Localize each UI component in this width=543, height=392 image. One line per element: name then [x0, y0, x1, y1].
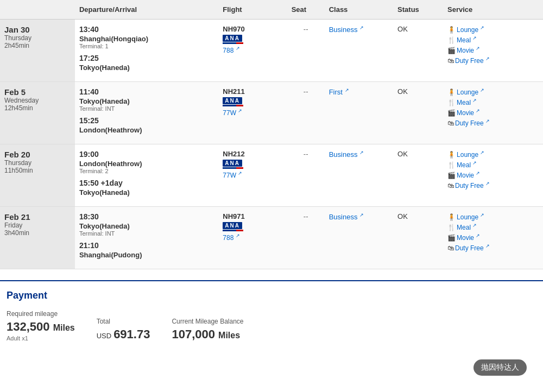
duration: 2h45min	[4, 42, 71, 49]
arrival-block: 15:25 London(Heathrow)	[79, 116, 214, 134]
aircraft-type: 788 ↗	[223, 46, 282, 54]
status-value: OK	[397, 212, 408, 220]
payment-mileage-block: Required mileage 132,500 Miles Adult x1	[7, 310, 75, 342]
departure-arrival-cell: 11:40 Tokyo(Haneda) Terminal: INT 15:25 …	[75, 82, 218, 144]
service-link[interactable]: Duty Free ↗	[455, 57, 490, 65]
class-cell: Business ↗	[325, 207, 393, 269]
service-icon: 🍴	[447, 99, 456, 106]
departure-block: 13:40 Shanghai(Hongqiao) Terminal: 1	[79, 25, 214, 49]
status-cell: OK	[393, 207, 443, 269]
service-item: 🍴Meal ↗	[447, 98, 539, 106]
service-link[interactable]: Meal ↗	[457, 36, 477, 44]
departure-terminal: Terminal: 1	[79, 43, 214, 49]
ana-logo: ANA	[223, 222, 282, 231]
col-header-flight: Flight	[218, 0, 287, 20]
service-link[interactable]: Meal ↗	[457, 99, 477, 106]
departure-airport: London(Heathrow)	[79, 160, 214, 168]
service-link[interactable]: Movie ↗	[457, 47, 480, 54]
service-item: 🎬Movie ↗	[447, 233, 539, 242]
ana-logo: ANA	[223, 160, 282, 169]
service-link[interactable]: Movie ↗	[457, 234, 480, 242]
service-icon: 🎬	[447, 172, 456, 179]
arrival-time: 17:25	[79, 54, 214, 62]
service-icon: 🍴	[447, 161, 456, 169]
service-link[interactable]: Duty Free ↗	[455, 119, 490, 127]
service-link[interactable]: Meal ↗	[457, 161, 477, 169]
day-of-week: Thursday	[4, 34, 71, 42]
arrival-airport: Tokyo(Haneda)	[79, 64, 214, 72]
service-cell: 🧍Lounge ↗🍴Meal ↗🎬Movie ↗🛍Duty Free ↗	[443, 207, 543, 269]
class-link[interactable]: Business ↗	[329, 150, 364, 159]
aircraft-link[interactable]: 788 ↗	[223, 234, 239, 242]
date-main: Feb 20	[4, 150, 71, 159]
service-link[interactable]: Duty Free ↗	[455, 244, 490, 252]
departure-block: 11:40 Tokyo(Haneda) Terminal: INT	[79, 87, 214, 112]
ana-logo: ANA	[223, 35, 282, 44]
service-icon: 🎬	[447, 109, 456, 117]
table-row: Feb 5 Wednesday 12h45min 11:40 Tokyo(Han…	[0, 82, 543, 144]
status-value: OK	[397, 150, 408, 158]
aircraft-link[interactable]: 77W ↗	[223, 172, 242, 179]
service-cell: 🧍Lounge ↗🍴Meal ↗🎬Movie ↗🛍Duty Free ↗	[443, 144, 543, 207]
duration: 3h40min	[4, 229, 71, 237]
payment-total-block: Total USD691.73	[97, 318, 150, 342]
service-link[interactable]: Movie ↗	[457, 109, 480, 117]
col-header-seat: Seat	[287, 0, 325, 20]
date-main: Feb 5	[4, 87, 71, 97]
total-label: Total	[97, 318, 150, 325]
service-icon: 🛍	[447, 57, 454, 65]
departure-time: 18:30	[79, 212, 214, 221]
service-link[interactable]: Movie ↗	[457, 172, 480, 179]
balance-label: Current Mileage Balance	[172, 318, 243, 325]
seat-value: --	[304, 25, 308, 33]
total-value: USD691.73	[97, 327, 150, 342]
payment-balance-block: Current Mileage Balance 107,000 Miles	[172, 318, 243, 342]
departure-airport: Shanghai(Hongqiao)	[79, 35, 214, 43]
flight-number: NH971	[223, 212, 282, 220]
service-item: 🎬Movie ↗	[447, 108, 539, 117]
arrival-airport: Shanghai(Pudong)	[79, 251, 214, 259]
departure-arrival-cell: 19:00 London(Heathrow) Terminal: 2 15:50…	[75, 144, 218, 207]
service-icon: 🧍	[447, 26, 456, 34]
departure-arrival-cell: 13:40 Shanghai(Hongqiao) Terminal: 1 17:…	[75, 20, 218, 82]
departure-block: 18:30 Tokyo(Haneda) Terminal: INT	[79, 212, 214, 237]
seat-cell: --	[287, 144, 325, 207]
aircraft-link[interactable]: 788 ↗	[223, 47, 239, 54]
payment-row: Required mileage 132,500 Miles Adult x1 …	[7, 310, 536, 342]
arrival-block: 21:10 Shanghai(Pudong)	[79, 241, 214, 259]
payment-title: Payment	[7, 290, 536, 301]
service-link[interactable]: Duty Free ↗	[455, 182, 490, 189]
service-link[interactable]: Lounge ↗	[457, 151, 484, 159]
flight-number: NH212	[223, 150, 282, 158]
service-icon: 🧍	[447, 151, 456, 159]
service-item: 🧍Lounge ↗	[447, 25, 539, 34]
departure-terminal: Terminal: 2	[79, 168, 214, 174]
service-item: 🎬Movie ↗	[447, 170, 539, 179]
service-link[interactable]: Lounge ↗	[457, 88, 484, 96]
status-cell: OK	[393, 82, 443, 144]
class-link[interactable]: Business ↗	[329, 213, 364, 221]
service-item: 🍴Meal ↗	[447, 35, 539, 44]
aircraft-type: 77W ↗	[223, 170, 282, 179]
class-link[interactable]: First ↗	[329, 88, 349, 96]
col-header-departure: Departure/Arrival	[75, 0, 218, 20]
date-cell: Feb 5 Wednesday 12h45min	[0, 82, 75, 144]
class-link[interactable]: Business ↗	[329, 26, 364, 34]
arrival-airport: London(Heathrow)	[79, 126, 214, 134]
status-value: OK	[397, 25, 408, 33]
departure-terminal: Terminal: INT	[79, 105, 214, 112]
service-link[interactable]: Lounge ↗	[457, 26, 484, 34]
table-header: Departure/Arrival Flight Seat Class Stat…	[0, 0, 543, 20]
day-of-week: Thursday	[4, 159, 71, 167]
status-cell: OK	[393, 144, 443, 207]
arrival-airport: Tokyo(Haneda)	[79, 188, 214, 197]
arrival-time: 15:25	[79, 116, 214, 125]
service-link[interactable]: Lounge ↗	[457, 213, 484, 221]
aircraft-link[interactable]: 77W ↗	[223, 109, 242, 117]
status-cell: OK	[393, 20, 443, 82]
flight-cell: NH212 ANA 77W ↗	[218, 144, 287, 207]
service-icon: 🎬	[447, 47, 456, 54]
service-item: 🍴Meal ↗	[447, 160, 539, 169]
service-icon: 🎬	[447, 234, 456, 242]
service-link[interactable]: Meal ↗	[457, 224, 477, 231]
